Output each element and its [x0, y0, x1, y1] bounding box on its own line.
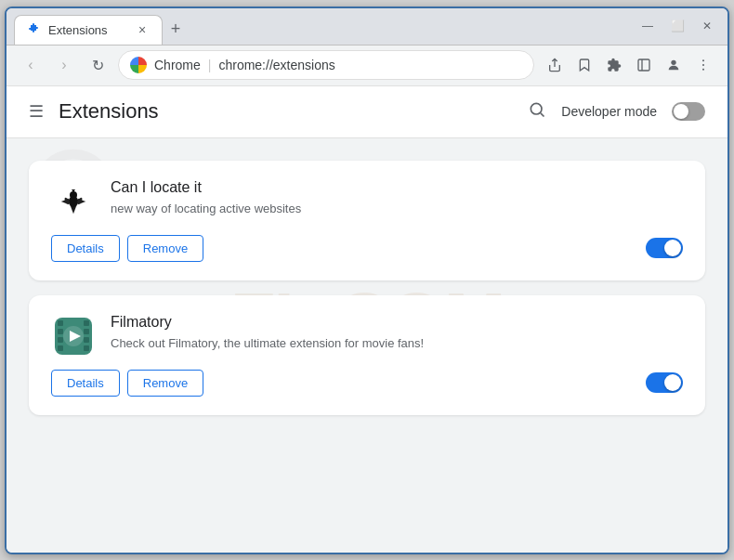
extensions-icon[interactable] — [601, 52, 627, 78]
svg-rect-0 — [638, 59, 649, 71]
tab-area: Extensions × + — [14, 8, 631, 45]
extension-card-top-filmatory: Filmatory Check out Filmatory, the ultim… — [51, 314, 683, 358]
svg-rect-18 — [84, 329, 89, 334]
close-button[interactable]: ✕ — [694, 13, 720, 39]
active-tab[interactable]: Extensions × — [14, 15, 163, 45]
extensions-page: ☰ Extensions Developer mode — [7, 86, 727, 437]
details-button-can-locate-it[interactable]: Details — [51, 235, 120, 262]
remove-button-can-locate-it[interactable]: Remove — [127, 235, 203, 262]
bookmark-icon[interactable] — [571, 52, 597, 78]
extension-actions-filmatory: Details Remove — [51, 370, 683, 397]
back-button[interactable]: ‹ — [18, 52, 44, 78]
menu-button[interactable] — [690, 52, 716, 78]
new-tab-button[interactable]: + — [163, 17, 189, 43]
remove-button-filmatory[interactable]: Remove — [127, 370, 203, 397]
svg-rect-13 — [58, 320, 63, 326]
details-button-filmatory[interactable]: Details — [51, 370, 120, 397]
nav-bar: ‹ › ↻ Chrome | chrome://extensions — [7, 46, 727, 86]
developer-mode-label: Developer mode — [561, 104, 657, 119]
browser-window: Extensions × + — ⬜ ✕ ‹ › ↻ Chrome | chro… — [5, 7, 729, 554]
header-right: Developer mode — [528, 100, 705, 124]
extension-desc-filmatory: Check out Filmatory, the ultimate extens… — [111, 334, 683, 353]
svg-point-7 — [531, 103, 543, 114]
svg-rect-15 — [58, 337, 63, 343]
extensions-list: Can I locate it new way of locating acti… — [7, 138, 727, 437]
toggle-can-locate-it[interactable] — [646, 238, 683, 258]
extension-card-can-locate-it: Can I locate it new way of locating acti… — [29, 161, 705, 280]
svg-point-2 — [702, 59, 704, 61]
extension-name-filmatory: Filmatory — [111, 314, 683, 331]
filmatory-icon — [51, 314, 96, 358]
address-bar[interactable]: Chrome | chrome://extensions — [118, 50, 534, 80]
tab-close-button[interactable]: × — [134, 21, 151, 38]
extension-actions-can-locate-it: Details Remove — [51, 235, 683, 262]
toolbar-icons — [542, 52, 716, 78]
maximize-button[interactable]: ⬜ — [664, 13, 690, 39]
page-title: Extensions — [59, 99, 159, 124]
url-display: chrome://extensions — [218, 58, 334, 72]
toggle-filmatory[interactable] — [646, 372, 683, 393]
extension-info-can-locate-it: Can I locate it new way of locating acti… — [111, 179, 683, 218]
extension-desc-can-locate-it: new way of locating active websites — [111, 200, 683, 218]
developer-mode-toggle[interactable] — [672, 102, 705, 121]
extension-info-filmatory: Filmatory Check out Filmatory, the ultim… — [111, 314, 683, 353]
title-bar: Extensions × + — ⬜ ✕ — [7, 8, 727, 46]
reload-button[interactable]: ↻ — [85, 52, 111, 78]
extensions-header: ☰ Extensions Developer mode — [7, 86, 727, 138]
svg-rect-19 — [84, 337, 89, 343]
svg-point-4 — [702, 69, 704, 71]
forward-button[interactable]: › — [51, 52, 77, 78]
search-icon[interactable] — [528, 100, 546, 124]
tab-icon — [26, 22, 41, 37]
separator: | — [208, 58, 212, 72]
window-controls: — ⬜ ✕ — [635, 13, 720, 39]
hamburger-menu-icon[interactable]: ☰ — [29, 101, 44, 122]
minimize-button[interactable]: — — [635, 13, 661, 39]
sidebar-icon[interactable] — [631, 52, 657, 78]
svg-rect-14 — [58, 329, 63, 334]
svg-point-1 — [671, 60, 675, 65]
page-content: FL.COM ☰ Extensions Developer mode — [7, 86, 727, 553]
svg-rect-16 — [58, 345, 63, 351]
svg-point-10 — [70, 191, 77, 199]
svg-rect-17 — [84, 320, 89, 326]
profile-icon[interactable] — [661, 52, 687, 78]
extension-name-can-locate-it: Can I locate it — [111, 179, 683, 196]
extension-card-filmatory: Filmatory Check out Filmatory, the ultim… — [29, 295, 705, 415]
share-icon[interactable] — [542, 52, 568, 78]
svg-point-3 — [702, 64, 704, 66]
can-locate-it-icon — [51, 179, 96, 224]
chrome-label: Chrome — [154, 58, 201, 72]
extension-card-top: Can I locate it new way of locating acti… — [51, 179, 683, 224]
svg-rect-20 — [84, 345, 89, 351]
tab-title: Extensions — [48, 23, 108, 37]
chrome-logo-icon — [130, 57, 147, 73]
